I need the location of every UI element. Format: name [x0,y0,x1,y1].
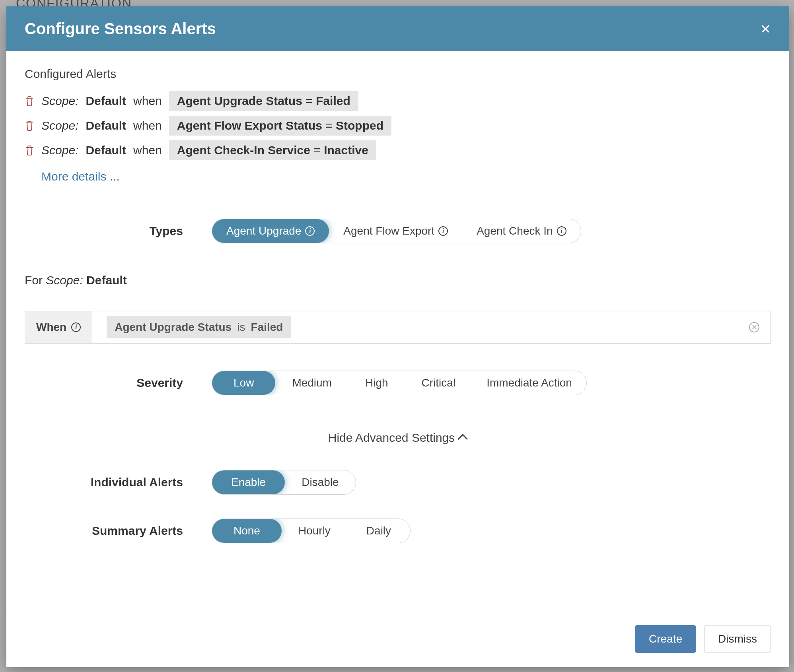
when-word: when [133,119,162,132]
info-icon[interactable]: i [305,226,315,236]
modal-footer: Create Dismiss [6,612,789,667]
for-scope-line: For Scope: Default [25,274,771,287]
summary-pill-daily[interactable]: Daily [347,519,410,543]
trash-icon[interactable] [25,96,34,106]
type-pill-agent-flow-export[interactable]: Agent Flow Export i [329,219,462,243]
chevron-up-icon [458,434,468,444]
when-word: when [133,94,162,108]
scope-value: Default [86,94,126,108]
scope-label: Scope: [41,119,78,132]
configured-alert-row: Scope: Default when Agent Upgrade Status… [25,91,771,111]
severity-pill-group: Low Medium High Critical Immediate Actio… [212,371,587,395]
summary-alerts-label: Summary Alerts [25,524,212,538]
when-condition-box: When i Agent Upgrade Status is Failed ✕ [25,311,771,344]
close-icon[interactable]: ✕ [760,23,771,35]
individual-pill-disable[interactable]: Disable [285,470,355,494]
advanced-settings-toggle[interactable]: Hide Advanced Settings [328,431,468,445]
divider [25,201,771,201]
individual-alerts-pill-group: Enable Disable [212,470,356,495]
modal-header: Configure Sensors Alerts ✕ [6,6,789,51]
configured-alerts-heading: Configured Alerts [25,67,771,81]
scope-label: Scope: [41,94,78,108]
severity-label: Severity [25,376,212,390]
summary-pill-none[interactable]: None [212,519,282,543]
condition-chip: Agent Flow Export Status = Stopped [169,116,391,136]
scope-value: Default [86,144,126,157]
summary-alerts-pill-group: None Hourly Daily [212,519,411,543]
modal-body: Configured Alerts Scope: Default when Ag… [6,51,789,612]
info-icon[interactable]: i [438,226,448,236]
severity-pill-medium[interactable]: Medium [275,371,348,395]
modal-title: Configure Sensors Alerts [25,20,216,38]
types-pill-group: Agent Upgrade i Agent Flow Export i Agen… [212,219,581,243]
clear-condition-icon[interactable]: ✕ [749,322,759,332]
type-pill-agent-check-in[interactable]: Agent Check In i [462,219,580,243]
severity-pill-immediate-action[interactable]: Immediate Action [472,371,586,395]
condition-chip: Agent Check-In Service = Inactive [169,140,376,160]
configured-alert-row: Scope: Default when Agent Flow Export St… [25,116,771,136]
severity-row: Severity Low Medium High Critical Immedi… [25,371,771,395]
summary-pill-hourly[interactable]: Hourly [282,519,347,543]
types-row: Types Agent Upgrade i Agent Flow Export … [25,219,771,243]
more-details-link[interactable]: More details ... [41,170,120,183]
when-label-cell: When i [25,311,92,343]
severity-pill-low[interactable]: Low [212,371,275,395]
trash-icon[interactable] [25,145,34,155]
configure-sensors-alerts-modal: Configure Sensors Alerts ✕ Configured Al… [6,6,789,667]
individual-alerts-label: Individual Alerts [25,476,212,489]
info-icon[interactable]: i [557,226,566,236]
divider-line [477,438,765,438]
advanced-settings-divider: Hide Advanced Settings [30,431,765,445]
dismiss-button[interactable]: Dismiss [704,625,771,653]
configured-alert-row: Scope: Default when Agent Check-In Servi… [25,140,771,160]
severity-pill-high[interactable]: High [348,371,405,395]
scope-value: Default [86,119,126,132]
type-pill-agent-upgrade[interactable]: Agent Upgrade i [212,219,329,243]
divider-line [30,438,319,438]
when-value-cell: Agent Upgrade Status is Failed ✕ [92,311,771,343]
condition-chip: Agent Upgrade Status = Failed [169,91,358,111]
individual-alerts-row: Individual Alerts Enable Disable [25,470,771,495]
summary-alerts-row: Summary Alerts None Hourly Daily [25,519,771,543]
when-word: when [133,144,162,157]
info-icon[interactable]: i [71,322,81,332]
trash-icon[interactable] [25,120,34,131]
scope-label: Scope: [41,144,78,157]
create-button[interactable]: Create [635,625,696,653]
severity-pill-critical[interactable]: Critical [405,371,473,395]
types-label: Types [25,224,212,238]
individual-pill-enable[interactable]: Enable [212,470,285,494]
when-condition-chip[interactable]: Agent Upgrade Status is Failed [107,316,291,338]
